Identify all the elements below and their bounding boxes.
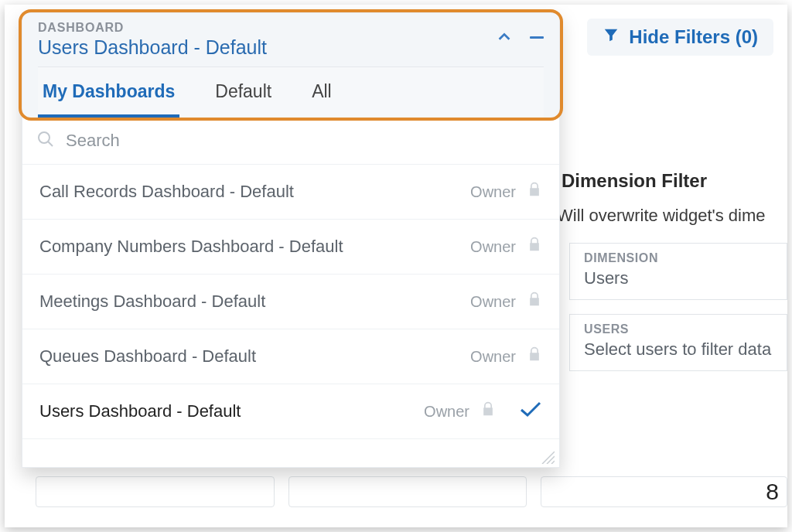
owner-label: Owner bbox=[470, 183, 516, 201]
dimension-value: Users bbox=[584, 268, 773, 288]
hide-filters-button[interactable]: Hide Filters (0) bbox=[587, 19, 773, 56]
dimension-label: DIMENSION bbox=[584, 251, 773, 265]
search-row bbox=[22, 118, 559, 165]
lock-icon bbox=[527, 235, 542, 258]
list-item[interactable]: Call Records Dashboard - Default Owner bbox=[22, 165, 559, 220]
chevron-up-icon[interactable] bbox=[496, 29, 513, 46]
funnel-icon bbox=[603, 26, 620, 48]
svg-line-4 bbox=[551, 461, 555, 464]
check-icon bbox=[519, 400, 542, 423]
tab-all[interactable]: All bbox=[307, 67, 336, 118]
dimension-card[interactable]: DIMENSION Users bbox=[569, 243, 787, 300]
hide-filters-label: Hide Filters (0) bbox=[629, 26, 758, 48]
current-dashboard-name[interactable]: Users Dashboard - Default bbox=[38, 36, 267, 59]
tab-my-dashboards[interactable]: My Dashboards bbox=[38, 67, 179, 118]
lock-icon bbox=[527, 180, 542, 203]
search-input[interactable] bbox=[66, 131, 545, 151]
panel-header: DASHBOARD Users Dashboard - Default My D… bbox=[22, 13, 559, 118]
lock-icon bbox=[480, 400, 496, 423]
bottom-number: 8 bbox=[766, 479, 779, 505]
owner-label: Owner bbox=[470, 238, 516, 256]
owner-label: Owner bbox=[470, 293, 516, 311]
dashboard-tabs: My Dashboards Default All bbox=[38, 66, 544, 118]
lock-icon bbox=[527, 345, 542, 368]
list-item[interactable]: Company Numbers Dashboard - Default Owne… bbox=[22, 220, 559, 275]
dimension-filter-subtitle: Will overwrite widget's dime bbox=[557, 206, 766, 226]
users-card[interactable]: USERS Select users to filter data bbox=[569, 314, 787, 371]
lock-icon bbox=[527, 290, 542, 313]
list-item-name: Call Records Dashboard - Default bbox=[39, 182, 470, 202]
list-item[interactable]: Users Dashboard - Default Owner bbox=[22, 384, 559, 439]
minimize-icon[interactable] bbox=[530, 36, 544, 39]
bottom-card bbox=[36, 476, 275, 507]
bottom-cards: 8 bbox=[36, 476, 787, 507]
svg-point-0 bbox=[39, 132, 50, 143]
dashboard-list: Call Records Dashboard - Default Owner C… bbox=[22, 165, 559, 439]
dimension-filter-title: Dimension Filter bbox=[562, 170, 707, 192]
tab-default[interactable]: Default bbox=[210, 67, 276, 118]
bottom-card-number: 8 bbox=[541, 476, 787, 507]
owner-label: Owner bbox=[470, 348, 516, 366]
bottom-card bbox=[288, 476, 527, 507]
owner-label: Owner bbox=[424, 403, 469, 421]
dashboard-label: DASHBOARD bbox=[38, 21, 267, 35]
svg-line-1 bbox=[48, 142, 53, 146]
list-item-name: Users Dashboard - Default bbox=[39, 401, 424, 421]
search-icon bbox=[36, 130, 55, 152]
list-item[interactable]: Meetings Dashboard - Default Owner bbox=[22, 275, 559, 329]
list-item-name: Queues Dashboard - Default bbox=[39, 346, 470, 367]
users-label: USERS bbox=[584, 322, 773, 336]
dashboard-picker-panel: DASHBOARD Users Dashboard - Default My D… bbox=[22, 12, 560, 468]
resize-handle-icon[interactable] bbox=[539, 448, 555, 464]
list-item-name: Company Numbers Dashboard - Default bbox=[39, 237, 470, 257]
list-item-name: Meetings Dashboard - Default bbox=[39, 292, 470, 312]
users-value: Select users to filter data bbox=[584, 339, 773, 360]
list-item[interactable]: Queues Dashboard - Default Owner bbox=[22, 329, 559, 384]
